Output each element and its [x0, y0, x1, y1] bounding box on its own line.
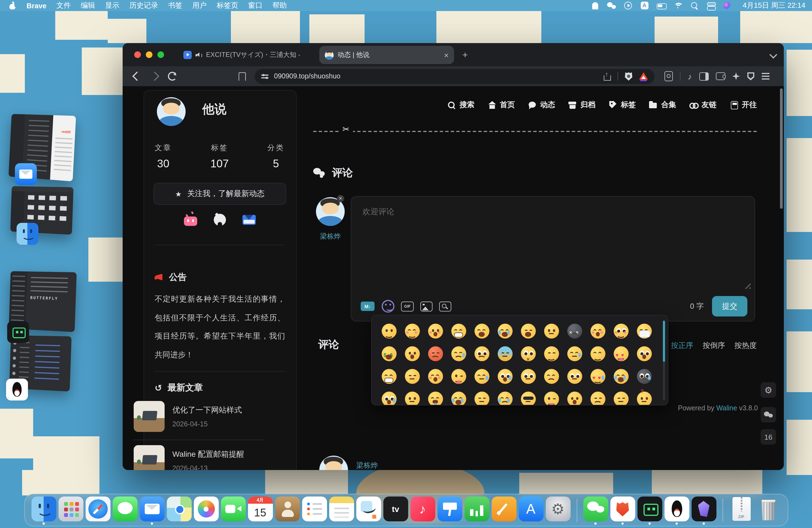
page-scrollbar[interactable] — [780, 88, 783, 209]
dock-music[interactable] — [410, 496, 435, 524]
emoji-sleepy[interactable] — [470, 365, 493, 388]
emoji-stare[interactable] — [563, 365, 586, 388]
menu-item-显示[interactable]: 显示 — [105, 1, 119, 11]
stat-标签[interactable]: 标签107 — [211, 143, 229, 170]
emoji-sparkle-rage[interactable] — [586, 388, 609, 406]
emoji-angry-shout[interactable] — [517, 320, 540, 342]
emoji-tired-drool[interactable] — [563, 342, 586, 365]
emoji-pleading[interactable] — [470, 342, 493, 365]
address-bar[interactable]: 090909.top/shuoshuo — [255, 69, 655, 84]
bookmark-icon[interactable] — [238, 72, 246, 80]
dock-notes[interactable] — [329, 496, 354, 524]
apple-menu-icon[interactable] — [9, 1, 17, 10]
emoji-face-mask[interactable] — [633, 320, 656, 342]
dock-obsidian[interactable] — [691, 496, 716, 524]
emoji-sealed-mouth[interactable] — [517, 342, 540, 365]
sort-option-按正序[interactable]: 按正序 — [671, 341, 693, 351]
github-icon[interactable] — [214, 214, 226, 226]
emoji-pick-nose[interactable] — [563, 388, 586, 406]
site-settings-icon[interactable] — [261, 73, 269, 79]
markdown-icon[interactable] — [361, 302, 375, 311]
url-text[interactable]: 090909.top/shuoshuo — [274, 72, 603, 80]
brave-rewards-icon[interactable] — [639, 72, 648, 80]
dock-messages[interactable] — [112, 496, 137, 524]
emoji-money-mouth[interactable] — [377, 342, 401, 365]
emoji-smile[interactable] — [377, 320, 401, 342]
settings-fab[interactable]: ⚙ — [760, 382, 776, 398]
emoji-laugh-open[interactable] — [470, 320, 493, 342]
siri-icon[interactable] — [723, 1, 732, 10]
dock-numbers[interactable] — [464, 496, 489, 524]
preview-icon[interactable] — [439, 301, 451, 311]
nav-item-tags[interactable]: 标签 — [609, 100, 636, 110]
emoji-smirk[interactable] — [540, 342, 563, 365]
profile-avatar[interactable] — [157, 97, 186, 126]
emoji-kiss-blush[interactable] — [586, 320, 609, 342]
menu-item-编辑[interactable]: 编辑 — [81, 1, 95, 11]
bilibili-icon[interactable] — [184, 216, 197, 225]
media-control-icon[interactable]: ♪ — [688, 72, 692, 80]
brave-shields-icon[interactable] — [625, 72, 633, 80]
follow-button[interactable]: ★ 关注我，了解最新动态 — [154, 183, 286, 205]
avatar-clear-icon[interactable]: ✕ — [337, 195, 344, 202]
dock-facetime[interactable] — [221, 496, 246, 524]
image-upload-icon[interactable] — [420, 301, 433, 311]
dock-wechat[interactable] — [583, 496, 608, 524]
leo-ai-icon[interactable] — [732, 72, 740, 80]
nav-item-links[interactable]: 友链 — [690, 100, 716, 110]
submit-button[interactable]: 提交 — [712, 296, 748, 317]
control-center-icon[interactable] — [706, 1, 715, 10]
comment-count-fab[interactable]: 16 — [760, 429, 776, 444]
main-menu-icon[interactable] — [762, 73, 769, 74]
sort-option-按倒序[interactable]: 按倒序 — [702, 341, 725, 351]
emoji-heart-eyes-tongue[interactable] — [609, 342, 633, 365]
vpn-shield-icon[interactable] — [747, 72, 754, 80]
emoji-vomit[interactable] — [424, 388, 447, 406]
post-title[interactable]: Waline 配置邮箱提醒 — [172, 450, 244, 459]
tab-active-shuoshuo[interactable]: 动态 | 他说 × — [319, 46, 454, 64]
dock-brave[interactable] — [610, 496, 635, 524]
new-tab-button[interactable]: + — [459, 48, 472, 62]
ghost-icon[interactable] — [590, 1, 599, 10]
emoji-sick[interactable] — [493, 342, 517, 365]
emoji-laugh-squint[interactable] — [377, 365, 401, 388]
tab-list-chevron-icon[interactable] — [769, 51, 777, 59]
dock-trash[interactable] — [756, 496, 781, 524]
wallet-icon[interactable] — [715, 72, 725, 80]
nav-item-search[interactable]: 搜索 — [447, 100, 475, 110]
emoji-wink-tongue[interactable] — [447, 365, 470, 388]
dock-photos[interactable] — [193, 496, 218, 524]
dock-appletv[interactable] — [383, 496, 408, 524]
emoji-blush-smile[interactable] — [401, 320, 424, 342]
emoji-gasp[interactable] — [377, 388, 401, 406]
dock-qq[interactable] — [664, 496, 689, 524]
menu-item-历史记录[interactable]: 历史记录 — [129, 1, 158, 11]
dock-maps[interactable] — [166, 496, 191, 524]
dock-appstore[interactable] — [518, 496, 543, 524]
dock-pages[interactable] — [491, 496, 516, 524]
dock-launchpad[interactable] — [58, 496, 83, 524]
emoji-joy-tears-2[interactable] — [609, 365, 633, 388]
sidebar-toggle-icon[interactable] — [699, 72, 708, 80]
dock-calendar[interactable]: 4月15 — [248, 496, 273, 524]
tab-music[interactable]: EXCITE(TVサイズ)・三浦大知 - — [178, 46, 305, 64]
close-window-button[interactable] — [134, 52, 141, 58]
emoji-hand-over-mouth[interactable] — [540, 320, 563, 342]
dock-contacts[interactable] — [275, 496, 300, 524]
comments-fab[interactable] — [760, 407, 776, 423]
nav-item-moments[interactable]: 动态 — [528, 100, 555, 110]
stat-文章[interactable]: 文章30 — [155, 143, 172, 170]
nav-item-archive[interactable]: 归档 — [568, 100, 595, 110]
minimize-window-button[interactable] — [146, 52, 153, 58]
post-item[interactable]: Waline 配置邮箱提醒2026-04-13 — [134, 445, 264, 470]
share-icon[interactable] — [603, 72, 611, 80]
wifi-icon[interactable] — [673, 1, 682, 10]
comment-item-avatar[interactable] — [319, 456, 348, 470]
emoji-wailing[interactable] — [447, 388, 470, 406]
emoji-heart-hug[interactable] — [609, 320, 633, 342]
post-title[interactable]: 优化了一下网站样式 — [172, 406, 242, 415]
comment-input[interactable] — [351, 196, 755, 292]
emoji-picker-icon[interactable] — [382, 300, 394, 312]
wechat-icon[interactable] — [607, 1, 616, 10]
menu-item-窗口[interactable]: 窗口 — [248, 1, 262, 11]
